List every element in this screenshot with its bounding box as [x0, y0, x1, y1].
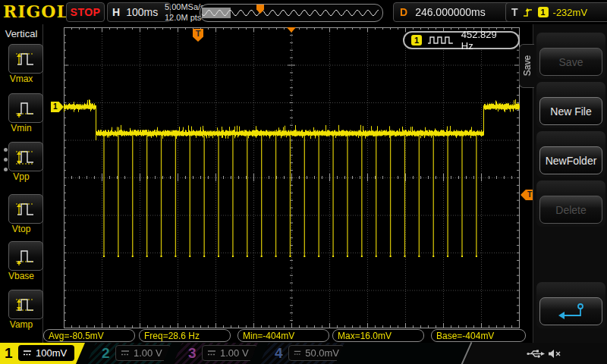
preview-waveform-canvas [201, 5, 380, 20]
channel3-number: 3 [188, 345, 197, 362]
dc-coupling-icon [294, 350, 301, 356]
channel-status-bar: 1 100mV 2 1.00 V 3 [0, 343, 607, 364]
counter-channel-badge: 1 [411, 35, 422, 46]
save-button[interactable]: Save [539, 48, 602, 76]
oscilloscope-screen: RIGOL STOP H 100ms 5.00MSa/s 12.0M pts D… [0, 0, 607, 364]
vtop-button[interactable] [8, 194, 43, 224]
channel2-cell[interactable]: 2 1.00 V [86, 343, 171, 364]
page-indicator-dot [4, 158, 8, 162]
trigger-channel-badge: 1 [538, 7, 549, 17]
vpp-label: Vpp [0, 171, 42, 182]
new-folder-button[interactable]: NewFolder [539, 146, 602, 174]
softkey-menu: Save New File NewFolder Delete [533, 24, 607, 343]
channel4-cell[interactable]: 4 50.0mV [259, 343, 344, 364]
memory-depth: 12.0M pts [165, 12, 205, 23]
vbase-button[interactable] [8, 241, 43, 271]
delete-button[interactable]: Delete [539, 196, 602, 224]
center-time-marker-icon [287, 27, 296, 33]
measurement-min: Min=-404mV [237, 329, 329, 342]
return-arrow-icon [555, 302, 587, 322]
vertical-measure-sidebar: Vertical Vmax Vmin Vpp Vtop Vbase Vamp [0, 24, 43, 343]
menu-tab-label: Save [522, 55, 533, 76]
measurement-freq: Freq=28.6 Hz [139, 329, 231, 342]
counter-value: 452.829 Hz [461, 29, 511, 52]
vmin-label: Vmin [0, 123, 42, 133]
vamp-button[interactable] [8, 290, 43, 319]
dc-coupling-icon [23, 350, 32, 356]
vbase-label: Vbase [0, 271, 42, 281]
channel1-scale-box: 100mV [18, 345, 74, 361]
channel1-number: 1 [5, 345, 13, 362]
acquisition-info: 5.00MSa/s 12.0M pts [165, 2, 205, 23]
measurement-avg: Avg=-80.5mV [43, 329, 135, 342]
trigger-level-value: -232mV [553, 7, 588, 18]
graticule-canvas [43, 24, 533, 343]
sample-rate: 5.00MSa/s [165, 2, 205, 12]
delay-label: D [400, 6, 407, 18]
speaker-muted-icon [548, 349, 561, 359]
channel4-number: 4 [275, 345, 283, 362]
page-indicator-dot [4, 168, 8, 171]
vmax-button[interactable] [8, 44, 43, 74]
page-indicator-dot [4, 148, 8, 152]
vmax-label: Vmax [0, 74, 42, 84]
rigol-logo: RIGOL [3, 2, 69, 21]
timebase-value: 100ms [126, 6, 158, 18]
run-state-text: STOP [71, 6, 101, 18]
vmin-button[interactable] [8, 93, 43, 123]
menu-tab-save: Save [519, 44, 534, 88]
trigger-label: T [511, 6, 518, 18]
channel3-scale-box: 1.00 V [202, 345, 258, 361]
vamp-label: Vamp [0, 319, 42, 330]
square-wave-icon [427, 36, 456, 45]
memory-waveform-preview[interactable] [200, 4, 383, 22]
dc-coupling-icon [207, 350, 216, 356]
dc-coupling-icon [121, 350, 130, 356]
measurement-base: Base=-404mV [431, 329, 526, 342]
channel1-cell[interactable]: 1 100mV [0, 343, 85, 364]
rising-edge-icon [523, 7, 533, 17]
channel2-number: 2 [102, 345, 110, 362]
delay-value: 246.000000ms [415, 6, 486, 18]
horizontal-label: H [112, 6, 120, 18]
channel4-scale: 50.0mV [305, 347, 339, 359]
measurement-max: Max=16.0mV [332, 329, 424, 342]
channel2-scale-box: 1.00 V [115, 345, 171, 361]
timebase-box[interactable]: H 100ms [107, 2, 171, 22]
trigger-box[interactable]: T 1 -232mV [505, 2, 607, 22]
return-button[interactable] [539, 297, 602, 325]
vtop-label: Vtop [0, 224, 42, 234]
channel1-scale: 100mV [36, 347, 67, 359]
channel2-scale: 1.00 V [134, 347, 162, 359]
run-state-badge: STOP [66, 2, 105, 22]
channel3-scale: 1.00 V [220, 347, 249, 359]
header-bar: RIGOL STOP H 100ms 5.00MSa/s 12.0M pts D… [0, 0, 607, 24]
frequency-counter: 1 452.829 Hz [403, 31, 520, 49]
channel4-scale-box: 50.0mV [288, 345, 344, 361]
usb-icon [527, 349, 545, 359]
vpp-button[interactable] [8, 142, 43, 171]
channel3-cell[interactable]: 3 1.00 V [173, 343, 258, 364]
sidebar-title: Vertical [0, 28, 42, 39]
new-file-button[interactable]: New File [539, 97, 602, 125]
delay-box[interactable]: D 246.000000ms [393, 2, 514, 22]
